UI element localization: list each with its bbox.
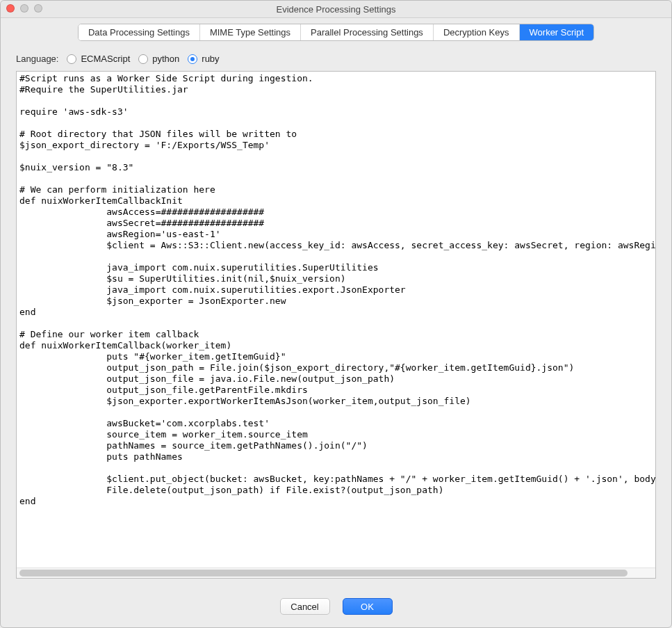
- radio-dot-icon: [67, 54, 76, 64]
- dialog-buttons: Cancel OK: [1, 584, 671, 627]
- cancel-button[interactable]: Cancel: [280, 598, 330, 615]
- tab-parallel-processing[interactable]: Parallel Processing Settings: [301, 24, 434, 40]
- script-editor[interactable]: #Script runs as a Worker Side Script dur…: [17, 72, 655, 567]
- settings-window: Evidence Processing Settings Data Proces…: [0, 0, 672, 628]
- script-content: #Script runs as a Worker Side Script dur…: [19, 73, 653, 507]
- radio-ecmascript[interactable]: ECMAScript: [67, 54, 130, 64]
- tab-bar: Data Processing Settings MIME Type Setti…: [78, 24, 594, 41]
- script-editor-frame: #Script runs as a Worker Side Script dur…: [16, 71, 656, 579]
- horizontal-scrollbar[interactable]: [17, 567, 655, 578]
- scrollbar-thumb[interactable]: [19, 570, 628, 577]
- tab-worker-script[interactable]: Worker Script: [520, 24, 594, 40]
- tab-row: Data Processing Settings MIME Type Setti…: [1, 18, 671, 41]
- window-title: Evidence Processing Settings: [1, 4, 671, 15]
- radio-ruby[interactable]: ruby: [188, 54, 219, 64]
- language-row: Language: ECMAScript python ruby: [1, 41, 671, 68]
- tab-data-processing[interactable]: Data Processing Settings: [79, 24, 200, 40]
- close-icon[interactable]: [6, 4, 15, 13]
- radio-label: ruby: [202, 54, 219, 64]
- tab-mime-type[interactable]: MIME Type Settings: [200, 24, 301, 40]
- language-label: Language:: [16, 54, 58, 64]
- ok-button[interactable]: OK: [343, 598, 393, 615]
- minimize-icon[interactable]: [20, 4, 28, 13]
- zoom-icon[interactable]: [34, 4, 42, 13]
- titlebar: Evidence Processing Settings: [1, 1, 671, 18]
- tab-decryption-keys[interactable]: Decryption Keys: [434, 24, 520, 40]
- window-controls: [6, 4, 42, 13]
- radio-dot-icon: [138, 54, 148, 64]
- radio-python[interactable]: python: [138, 54, 179, 64]
- radio-label: ECMAScript: [81, 54, 130, 64]
- radio-dot-icon: [188, 54, 197, 64]
- radio-label: python: [152, 54, 179, 64]
